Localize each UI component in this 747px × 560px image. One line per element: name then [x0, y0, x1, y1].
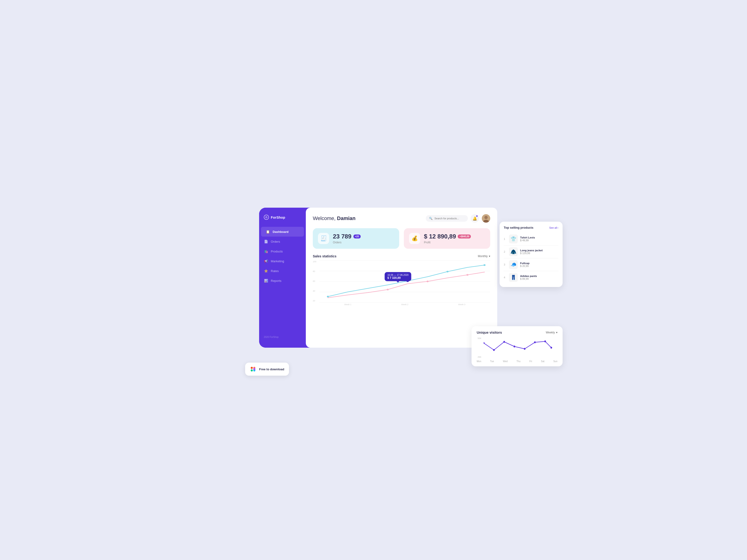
svg-point-9: [427, 281, 429, 282]
orders-label: Orders: [333, 241, 394, 244]
scene: ForShop 📋 Dashboard 📄 Orders 🛍️ Products…: [245, 198, 502, 362]
see-all-button[interactable]: See all ›: [549, 226, 558, 229]
product-price: $ 49,99: [520, 239, 535, 242]
sidebar-item-marketing[interactable]: 📢 Marketing: [259, 256, 306, 266]
product-item: 1 👕 Tshirt Levis $ 49,99: [504, 233, 558, 245]
svg-rect-21: [251, 369, 253, 371]
orders-stat-icon: 🧾: [318, 233, 329, 244]
profit-label: Profit: [424, 241, 485, 244]
search-input[interactable]: [434, 217, 465, 220]
sidebar: ForShop 📋 Dashboard 📄 Orders 🛍️ Products…: [259, 208, 306, 348]
svg-point-16: [534, 341, 536, 343]
sales-chart-section: Sales statistics Monthly ▾ 10080604020: [313, 254, 490, 306]
search-icon: 🔍: [429, 217, 433, 220]
top-products-title: Top selling products: [504, 226, 534, 229]
visitors-title: Unique visitors: [477, 330, 502, 335]
notification-button[interactable]: 🔔: [471, 214, 479, 222]
visitors-svg: [484, 337, 558, 358]
notification-dot: [476, 215, 478, 217]
profit-stat-main: $ 12 890,89 +$840,00: [424, 233, 485, 240]
chart-period-dropdown[interactable]: Monthly ▾: [478, 255, 490, 258]
product-item: 2 🧥 Long jeans jacket $ 129,99: [504, 245, 558, 258]
sidebar-item-orders[interactable]: 📄 Orders: [259, 237, 306, 246]
top-products-header: Top selling products See all ›: [504, 226, 558, 229]
svg-point-13: [503, 341, 505, 343]
product-name: Adidas pants: [520, 275, 537, 277]
app-name: ForShop: [271, 215, 285, 219]
svg-point-17: [544, 341, 546, 342]
nav-label-products: Products: [271, 250, 283, 253]
chart-svg: [319, 260, 490, 302]
product-rank: 1: [504, 238, 507, 240]
product-item: 3 🧢 Fullcap $ 20,99: [504, 258, 558, 271]
product-info: Long jeans jacket $ 129,99: [520, 249, 543, 255]
sidebar-item-products[interactable]: 🛍️ Products: [259, 246, 306, 256]
profit-stat-info: $ 12 890,89 +$840,00 Profit: [424, 233, 485, 244]
sidebar-item-rates[interactable]: ⭐ Rates: [259, 266, 306, 276]
chevron-right-icon: ›: [558, 226, 558, 229]
free-to-download-badge: Free to download: [245, 363, 289, 376]
nav-label-orders: Orders: [271, 240, 280, 243]
nav-label-marketing: Marketing: [271, 260, 284, 263]
stats-row: 🧾 23 789 +20 Orders 💰 $ 12 890,89: [313, 228, 490, 249]
products-icon: 🛍️: [264, 249, 268, 254]
product-name: Fullcap: [520, 262, 530, 265]
free-to-download-text: Free to download: [259, 368, 284, 371]
product-info: Adidas pants $ 89,99: [520, 275, 537, 280]
logo-icon: [264, 215, 269, 220]
marketing-icon: 📢: [264, 259, 268, 263]
chevron-down-icon: ▾: [489, 255, 490, 258]
main-content: Welcome, Damian 🔍 🔔: [306, 208, 497, 348]
product-name: Long jeans jacket: [520, 249, 543, 252]
product-price: $ 20,99: [520, 265, 530, 267]
header: Welcome, Damian 🔍 🔔: [313, 214, 490, 222]
logo: ForShop: [259, 215, 306, 227]
product-image: 🧢: [509, 260, 518, 269]
top-products-panel: Top selling products See all › 1 👕 Tshir…: [499, 222, 563, 287]
dashboard-icon: 📋: [266, 230, 270, 234]
visitors-period-dropdown[interactable]: Weekly ▾: [546, 331, 558, 334]
orders-stat-card: 🧾 23 789 +20 Orders: [313, 228, 399, 249]
orders-number: 23 789: [333, 233, 352, 240]
dashboard-card: ForShop 📋 Dashboard 📄 Orders 🛍️ Products…: [259, 208, 497, 348]
chart-title: Sales statistics: [313, 254, 336, 258]
profit-badge: +$840,00: [458, 235, 471, 238]
chart-y-labels: 10080604020: [313, 260, 316, 302]
svg-point-7: [484, 264, 486, 266]
reports-icon: 📊: [264, 278, 268, 283]
product-rank: 3: [504, 263, 507, 266]
svg-point-0: [266, 216, 267, 218]
nav-label-reports: Reports: [271, 279, 282, 283]
svg-point-5: [406, 280, 409, 282]
search-bar[interactable]: 🔍: [426, 215, 468, 222]
svg-point-10: [466, 274, 468, 276]
svg-rect-19: [251, 367, 253, 369]
product-image: 👕: [509, 235, 518, 243]
svg-point-8: [387, 289, 389, 291]
svg-point-18: [550, 347, 552, 349]
sidebar-item-dashboard[interactable]: 📋 Dashboard: [261, 227, 304, 237]
svg-point-14: [514, 346, 515, 347]
nav: 📋 Dashboard 📄 Orders 🛍️ Products 📢 Marke…: [259, 227, 306, 286]
orders-stat-main: 23 789 +20: [333, 233, 394, 240]
nav-label-rates: Rates: [271, 269, 279, 273]
avatar: [482, 214, 490, 222]
svg-point-6: [446, 271, 449, 272]
product-info: Tshirt Levis $ 49,99: [520, 236, 535, 242]
visitors-header: Unique visitors Weekly ▾: [477, 330, 558, 335]
figma-icon: [250, 366, 256, 372]
header-right: 🔍 🔔: [426, 214, 490, 222]
product-rank: 2: [504, 250, 507, 253]
svg-point-23: [253, 368, 255, 370]
svg-point-12: [493, 349, 495, 351]
orders-stat-info: 23 789 +20 Orders: [333, 233, 394, 244]
page-title: Welcome, Damian: [313, 215, 356, 221]
chevron-down-icon: ▾: [556, 331, 558, 334]
product-price: $ 89,99: [520, 277, 537, 280]
product-price: $ 129,99: [520, 252, 543, 255]
sidebar-item-reports[interactable]: 📊 Reports: [259, 276, 306, 286]
rates-icon: ⭐: [264, 269, 268, 273]
visitors-x-labels: MonTueWedThuFriSatSun: [477, 360, 558, 363]
svg-point-2: [484, 216, 488, 219]
nav-label-dashboard: Dashboard: [273, 230, 288, 234]
